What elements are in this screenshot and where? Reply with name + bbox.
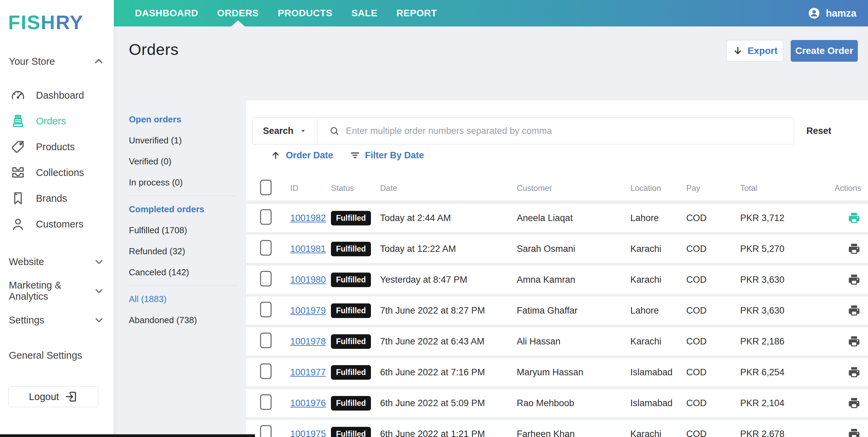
fishry-logo[interactable]: FISHRY [0, 6, 114, 34]
price-tag-icon [10, 139, 28, 155]
divider [129, 196, 237, 196]
page-title: Orders [129, 40, 179, 59]
sidebar-item-label: Customers [36, 219, 83, 230]
chevron-down-icon [93, 314, 105, 326]
filter-open-orders[interactable]: Open orders [129, 109, 237, 130]
total-cell: PKR 3,630 [740, 275, 829, 285]
location-cell: Karachi [630, 429, 686, 437]
order-id-link[interactable]: 1001979 [290, 305, 326, 316]
create-order-button[interactable]: Create Order [791, 40, 858, 62]
orders-table-body: 1001982 Fulfilled Today at 2:44 AM Aneel… [246, 201, 868, 437]
print-button[interactable] [847, 334, 861, 349]
filter-by-date-button[interactable]: Filter By Date [350, 150, 424, 161]
filter-unverified[interactable]: Unverified (1) [129, 130, 237, 151]
sidebar-item-label: Brands [36, 193, 67, 204]
chevron-down-icon [93, 256, 105, 267]
order-date-cell: 6th June 2022 at 1:21 PM [380, 429, 517, 437]
sidebar-item-brands[interactable]: Brands [0, 185, 114, 211]
print-button[interactable] [847, 303, 861, 318]
row-checkbox[interactable] [260, 209, 272, 225]
filter-all[interactable]: All (1883) [129, 289, 237, 310]
sidebar-item-products[interactable]: Products [0, 134, 114, 160]
sidebar-section-marketing[interactable]: Marketing & Analytics [0, 276, 114, 305]
order-date-cell: 7th June 2022 at 8:27 PM [380, 305, 517, 316]
order-date-cell: Yesterday at 8:47 PM [380, 275, 517, 285]
col-location: Location [630, 183, 686, 193]
print-button[interactable] [847, 273, 861, 287]
table-row: 1001981 Fulfilled Today at 12:22 AM Sara… [246, 234, 868, 263]
row-checkbox[interactable] [260, 363, 272, 379]
tab-dashboard[interactable]: DASHBOARD [135, 0, 198, 26]
order-id-link[interactable]: 1001977 [290, 367, 326, 377]
sort-order-date-button[interactable]: Order Date [270, 150, 333, 161]
tab-sale[interactable]: SALE [351, 0, 377, 26]
print-button[interactable] [847, 365, 861, 379]
export-button[interactable]: Export [726, 40, 783, 62]
tab-products[interactable]: PRODUCTS [278, 0, 332, 26]
sidebar-sections: Website Marketing & Analytics Settings G… [0, 247, 114, 370]
print-button[interactable] [847, 396, 861, 410]
sidebar-general-settings[interactable]: General Settings [0, 341, 114, 370]
status-badge: Fulfilled [331, 303, 371, 318]
total-cell: PKR 5,270 [740, 244, 829, 254]
store-menu: Dashboard Orders [0, 82, 114, 237]
print-button[interactable] [847, 242, 861, 256]
user-menu[interactable]: hamza [807, 6, 856, 20]
customer-cell: Ali Hassan [517, 336, 630, 347]
pay-cell: COD [686, 244, 740, 254]
logout-icon [64, 390, 78, 403]
section-label: Settings [9, 315, 44, 326]
order-id-link[interactable]: 1001975 [290, 429, 326, 437]
user-avatar-icon [807, 6, 821, 20]
tab-report[interactable]: REPORT [396, 0, 437, 26]
order-id-link[interactable]: 1001982 [290, 213, 326, 223]
top-nav-links: DASHBOARD ORDERS PRODUCTS SALE REPORT [135, 0, 437, 26]
row-checkbox[interactable] [260, 302, 272, 317]
order-date-cell: Today at 12:22 AM [380, 244, 517, 254]
select-all-checkbox[interactable] [260, 180, 272, 195]
pay-cell: COD [686, 367, 740, 378]
filter-fulfilled[interactable]: Fulfilled (1708) [129, 220, 237, 241]
reset-button[interactable]: Reset [804, 126, 834, 136]
order-date-cell: 6th June 2022 at 7:16 PM [380, 367, 517, 378]
print-button[interactable] [847, 427, 861, 437]
customer-cell: Farheen Khan [517, 429, 630, 437]
filter-canceled[interactable]: Canceled (142) [129, 262, 237, 283]
order-date-cell: Today at 2:44 AM [380, 213, 517, 223]
row-checkbox[interactable] [260, 425, 272, 437]
order-id-link[interactable]: 1001981 [290, 244, 326, 254]
search-input[interactable] [346, 126, 794, 136]
row-checkbox[interactable] [260, 394, 272, 410]
order-id-link[interactable]: 1001978 [290, 336, 326, 346]
search-type-dropdown[interactable]: Search [253, 118, 317, 144]
sidebar-item-collections[interactable]: Collections [0, 160, 114, 185]
logo-text: FIS [8, 11, 41, 33]
row-checkbox[interactable] [260, 333, 272, 348]
filter-verified[interactable]: Verified (0) [129, 151, 237, 172]
filter-refunded[interactable]: Refunded (32) [129, 241, 237, 262]
row-checkbox[interactable] [260, 271, 272, 286]
pay-cell: COD [686, 429, 740, 437]
sidebar-section-website[interactable]: Website [0, 247, 114, 276]
col-id: ID [290, 183, 331, 193]
pay-cell: COD [686, 213, 740, 223]
table-row: 1001978 Fulfilled 7th June 2022 at 6:43 … [246, 327, 868, 356]
filter-completed-orders[interactable]: Completed orders [129, 199, 237, 220]
sidebar-section-settings[interactable]: Settings [0, 305, 114, 335]
print-button[interactable] [847, 211, 861, 225]
logout-button[interactable]: Logout [8, 386, 98, 407]
sidebar-item-dashboard[interactable]: Dashboard [0, 82, 114, 108]
sidebar-item-customers[interactable]: Customers [0, 211, 114, 237]
status-badge: Fulfilled [331, 334, 371, 349]
filter-abandoned[interactable]: Abandoned (738) [129, 310, 237, 331]
order-id-link[interactable]: 1001980 [290, 275, 326, 285]
customer-cell: Maryum Hassan [517, 367, 630, 378]
sidebar-item-orders[interactable]: Orders [0, 108, 114, 134]
tab-orders[interactable]: ORDERS [217, 0, 259, 26]
row-checkbox[interactable] [260, 240, 272, 256]
section-label: Website [9, 256, 44, 267]
table-header: ID Status Date Customer Location Pay Tot… [246, 176, 868, 201]
filter-in-process[interactable]: In process (0) [129, 172, 237, 193]
store-selector[interactable]: Your Store [9, 55, 105, 67]
order-id-link[interactable]: 1001976 [290, 398, 326, 408]
